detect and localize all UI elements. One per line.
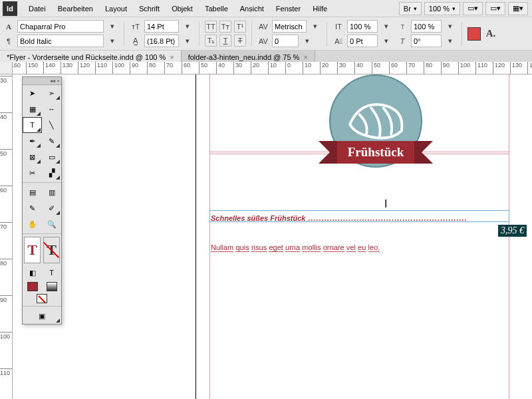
apply-none[interactable] [23, 293, 61, 305]
selection-tool[interactable]: ➤ [23, 85, 42, 101]
superscript-button[interactable]: T¹ [234, 21, 246, 33]
smallcaps-button[interactable]: Tᴛ [219, 21, 231, 33]
vscale[interactable] [347, 20, 378, 33]
arrange-button[interactable]: ▦▾ [508, 2, 528, 15]
tracking[interactable] [272, 35, 299, 47]
char-format-icon: A [3, 21, 15, 33]
pen-tool[interactable]: ✒ [23, 133, 42, 149]
leading-icon: A̲ [130, 35, 142, 47]
close-icon[interactable]: × [57, 78, 60, 84]
dropdown-icon[interactable]: ▾ [106, 21, 118, 33]
view-mode-button[interactable]: ▭▾ [463, 2, 483, 15]
gradient-swatch-tool[interactable]: ▤ [23, 184, 42, 200]
bridge-button[interactable]: Br▾ [399, 2, 422, 15]
canvas[interactable]: Frühstück Schnelles süßes Frühstück ....… [13, 74, 532, 399]
menu-ansicht[interactable]: Ansicht [234, 2, 270, 15]
gap-tool[interactable]: ↔ [42, 101, 61, 117]
formatting-container[interactable]: ◧ [23, 265, 42, 281]
rectangle-frame-tool[interactable]: ⊠ [23, 149, 42, 165]
formatting-text[interactable]: T [42, 265, 61, 281]
line-tool[interactable]: ╲ [42, 117, 61, 133]
close-tab-icon[interactable]: × [303, 53, 307, 61]
leading[interactable] [144, 35, 179, 47]
scissors-tool[interactable]: ✂ [23, 165, 42, 181]
strike-button[interactable]: T [234, 35, 246, 47]
vertical-ruler[interactable]: 30405060708090100110 [0, 74, 13, 399]
breakfast-badge[interactable]: Frühstück [313, 74, 439, 164]
gradient-feather-tool[interactable]: ▥ [42, 184, 61, 200]
menu-datei[interactable]: Datei [23, 2, 52, 15]
subscript-button[interactable]: T₁ [205, 35, 217, 47]
hand-tool[interactable]: ✋ [23, 216, 42, 232]
zoom-level[interactable]: 100 %▾ [424, 2, 460, 15]
fill-color-swatch[interactable] [467, 27, 481, 41]
vscale-icon: IT [332, 21, 344, 33]
dropdown-icon[interactable]: ▾ [106, 35, 118, 47]
allcaps-button[interactable]: TT [205, 21, 217, 33]
screen-mode-button[interactable]: ▭▾ [485, 2, 505, 15]
skew[interactable] [411, 35, 442, 47]
font-family-select[interactable] [17, 20, 104, 33]
eyedropper-tool[interactable]: ✐ [42, 200, 61, 216]
free-transform-tool[interactable]: ▞ [42, 165, 61, 181]
pencil-tool[interactable]: ✎ [42, 133, 61, 149]
item-heading[interactable]: Schnelles süßes Frühstück ..............… [211, 211, 467, 223]
tracking-icon: AV [257, 35, 269, 47]
item-body[interactable]: Nullam quis risus eget urna mollis ornar… [211, 242, 380, 253]
menu-objekt[interactable]: Objekt [166, 2, 199, 15]
direct-selection-tool[interactable]: ➣ [42, 85, 61, 101]
zoom-tool[interactable]: 🔍 [42, 216, 61, 232]
badge-label: Frühstück [337, 141, 414, 164]
kerning[interactable] [272, 20, 307, 33]
hscale-icon: ꓄ [396, 21, 408, 33]
horizontal-ruler[interactable]: 1601501401301201101009080706050403020100… [13, 62, 532, 74]
menu-bearbeiten[interactable]: Bearbeiten [52, 2, 99, 15]
fill-formatting[interactable]: T [24, 237, 41, 263]
skew-icon: T [396, 35, 408, 47]
item-price[interactable]: 3,95 € [498, 225, 527, 237]
toolbox-panel[interactable]: ◂◂× ➤ ➣ ▦ ↔ T ╲ ✒ ✎ ⊠ ▭ ✂ ▞ ▤ ▥ ✎ ✐ ✋ 🔍 … [22, 76, 62, 325]
page-tool[interactable]: ▦ [23, 101, 42, 117]
page[interactable]: Frühstück Schnelles süßes Frühstück ....… [196, 74, 532, 399]
stroke-formatting[interactable]: T [43, 237, 60, 263]
menu-layout[interactable]: Layout [99, 2, 133, 15]
font-style-select[interactable] [17, 35, 104, 47]
menu-tabelle[interactable]: Tabelle [199, 2, 234, 15]
apply-color[interactable] [23, 281, 42, 293]
text-cursor-icon: I [384, 198, 387, 210]
font-size[interactable] [144, 20, 179, 33]
baseline-icon: Aͣ [332, 35, 344, 47]
hscale[interactable] [411, 20, 442, 33]
font-size-icon: тT [130, 21, 142, 33]
menu-schrift[interactable]: Schrift [133, 2, 166, 15]
baseline-shift[interactable] [347, 35, 378, 47]
menu-fenster[interactable]: Fenster [270, 2, 307, 15]
note-tool[interactable]: ✎ [23, 200, 42, 216]
collapse-icon[interactable]: ◂◂ [50, 78, 55, 84]
ruler-origin[interactable] [0, 62, 13, 74]
view-mode-normal[interactable]: ▣ [23, 308, 61, 324]
rectangle-tool[interactable]: ▭ [42, 149, 61, 165]
app-logo: Id [3, 1, 17, 16]
menu-hilfe[interactable]: Hilfe [307, 2, 333, 15]
char-style-icon[interactable]: A. [485, 28, 497, 40]
kerning-icon: A͏V [257, 21, 269, 33]
underline-button[interactable]: T [219, 35, 231, 47]
type-tool[interactable]: T [23, 117, 42, 133]
apply-gradient[interactable] [42, 281, 61, 293]
para-format-icon: ¶ [3, 35, 15, 47]
close-tab-icon[interactable]: × [170, 53, 174, 61]
